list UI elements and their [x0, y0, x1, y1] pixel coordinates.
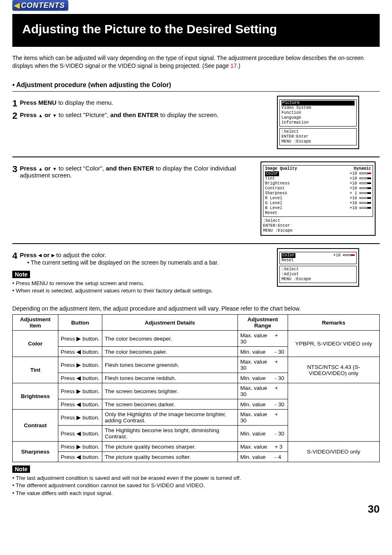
range-cell: Max. value + 3 — [238, 442, 288, 452]
divider — [12, 243, 380, 244]
step2-enter: and then ENTER — [110, 111, 160, 118]
step4-end: to adjust the color. — [55, 251, 106, 258]
right-triangle-icon: ▶ — [51, 253, 55, 258]
page-title: Adjusting the Picture to the Desired Set… — [12, 14, 380, 47]
osd-hint: MENU :Escape — [281, 139, 355, 144]
note-item: • The different adjustment condition can… — [12, 482, 380, 489]
note-list-2: • The last adjustment condition is saved… — [12, 474, 380, 497]
osd-menu-item: Video System — [281, 106, 355, 111]
button-cell: Press ◀ button. — [58, 426, 102, 442]
adjustment-item-cell: Tint — [13, 357, 58, 383]
step-number: 3 — [12, 165, 17, 174]
osd-adjust-row: B Level+10 — [265, 206, 371, 211]
button-cell: Press ◀ button. — [58, 452, 102, 462]
contents-button[interactable]: ◀ CONTENTS — [12, 0, 68, 11]
osd-adjust-row: Reset — [265, 211, 371, 216]
up-triangle-icon: ▲ — [38, 166, 43, 171]
step-1: 1 Press MENU to display the menu. — [12, 99, 248, 108]
osd-hint: MENU :Escape — [281, 277, 355, 282]
osd-hint: :Select — [263, 219, 373, 223]
range-cell: Min. value - 30 — [238, 347, 288, 357]
osd-hint: :Select — [281, 267, 355, 272]
range-cell: Min. value - 30 — [238, 399, 288, 410]
table-row: BrightnessPress ▶ button.The screen beco… — [13, 383, 380, 399]
step1-rest: to display the menu. — [58, 99, 113, 106]
button-cell: Press ▶ button. — [58, 383, 102, 399]
detail-cell: Flesh tones become reddish. — [102, 373, 238, 383]
page-number: 30 — [12, 503, 380, 516]
button-cell: Press ◀ button. — [58, 399, 102, 410]
osd-hint: ENTER:Enter — [281, 134, 355, 139]
page-ref-link[interactable]: 17 — [231, 62, 237, 69]
osd-hint: :Select — [281, 129, 355, 134]
range-cell: Min. value - 4 — [238, 452, 288, 462]
table-header: Adjustment Range — [238, 315, 288, 331]
down-triangle-icon: ▼ — [53, 166, 57, 171]
step4-or: or — [42, 251, 51, 258]
osd-menu-item: Function — [281, 111, 355, 115]
detail-cell: The color becomes paler. — [102, 347, 238, 357]
button-cell: Press ◀ button. — [58, 347, 102, 357]
note-list-1: • Press MENU to remove the setup screen … — [12, 280, 248, 295]
button-cell: Press ▶ button. — [58, 331, 102, 347]
step1-bold: Press MENU — [20, 99, 58, 106]
osd-adjust-row: R Level+10 — [265, 196, 371, 201]
button-cell: Press ▶ button. — [58, 357, 102, 373]
detail-cell: The color becomes deeper. — [102, 331, 238, 347]
osd-adjust-row: Tint+10 — [265, 176, 371, 181]
note-label: Note — [12, 465, 30, 473]
osd-picture-menu: Image QualityDynamic Color+10 Tint+10 Br… — [261, 161, 376, 236]
range-cell: Max. value + 30 — [238, 357, 288, 373]
osd-adjust-row: Contrast+10 — [265, 186, 371, 191]
button-cell: Press ▶ button. — [58, 410, 102, 426]
note-item: • When reset is selected, adjustment val… — [12, 287, 248, 295]
back-arrow-icon: ◀ — [14, 1, 20, 10]
osd-hint: MENU :Escape — [263, 228, 373, 233]
section-heading: • Adjustment procedure (when adjusting t… — [12, 81, 380, 89]
detail-cell: The screen becomes darker. — [102, 399, 238, 410]
remarks-cell — [288, 383, 379, 442]
osd-menu-item: Language — [281, 115, 355, 120]
note-item: • The value differs with each input sign… — [12, 490, 380, 497]
remarks-cell: NTSC/NTSC 4.43 (S-VIDEO/VIDEO) only — [288, 357, 379, 383]
osd-adjust-row: Reset — [281, 258, 355, 263]
step2-end: to display the screen. — [160, 111, 219, 118]
note-label: Note — [12, 271, 30, 278]
osd-main-menu: PictureVideo SystemFunctionLanguageInfor… — [277, 96, 359, 149]
osd-menu-item: Information — [281, 120, 355, 125]
osd2-title-l: Image Quality — [265, 166, 297, 171]
button-cell: Press ▶ button. — [58, 442, 102, 452]
step-2: 2 Press ▲ or ▼ to select "Picture", and … — [12, 111, 248, 120]
table-header: Adjustment Details — [102, 315, 238, 331]
step-4: 4 Press ◀ or ▶ to adjust the color. • Th… — [12, 251, 248, 266]
table-header: Button — [58, 315, 102, 331]
osd-hint: ENTER:Enter — [263, 223, 373, 228]
up-triangle-icon: ▲ — [38, 113, 43, 118]
remarks-cell: YPBPR, S-VIDEO/ VIDEO only — [288, 331, 379, 357]
detail-cell: Only the Highlights of the image become … — [102, 410, 238, 426]
step4-press: Press — [20, 251, 38, 258]
chart-intro: Depending on the adjustment item, the ad… — [12, 305, 380, 312]
osd-adjust-row: Brightness+10 — [265, 181, 371, 186]
intro-text: The items which can be adjusted will var… — [12, 55, 364, 69]
step2-press: Press — [20, 111, 38, 118]
osd-adjust-row: Sharpness+ 1 — [265, 191, 371, 196]
adjustment-item-cell: Contrast — [13, 410, 58, 442]
remarks-cell: S-VIDEO/VIDEO only — [288, 442, 379, 462]
table-row: ColorPress ▶ button.The color becomes de… — [13, 331, 380, 347]
step-number: 2 — [12, 111, 17, 120]
detail-cell: The screen becomes brighter. — [102, 383, 238, 399]
osd2-title-r: Dynamic — [354, 166, 371, 171]
table-row: TintPress ▶ button.Flesh tones become gr… — [13, 357, 380, 373]
step3-press: Press — [20, 165, 38, 172]
note-item: • Press MENU to remove the setup screen … — [12, 280, 248, 287]
range-cell: Max. value + 30 — [238, 331, 288, 347]
intro-text-after: .) — [237, 62, 240, 69]
detail-cell: The picture quality becomes sharper. — [102, 442, 238, 452]
table-row: SharpnessPress ▶ button.The picture qual… — [13, 442, 380, 452]
table-header: Remarks — [288, 315, 379, 331]
table-header: Adjustment item — [13, 315, 58, 331]
step3-enter: and then ENTER — [106, 165, 156, 172]
osd-menu-item: Picture — [281, 101, 355, 106]
step-number: 1 — [12, 99, 17, 108]
